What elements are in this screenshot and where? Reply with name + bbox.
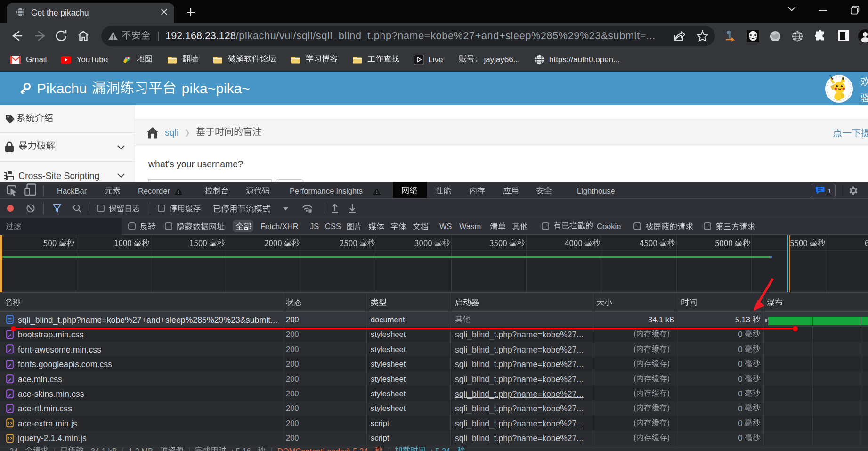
svg-text:¶: ¶ — [726, 30, 731, 40]
